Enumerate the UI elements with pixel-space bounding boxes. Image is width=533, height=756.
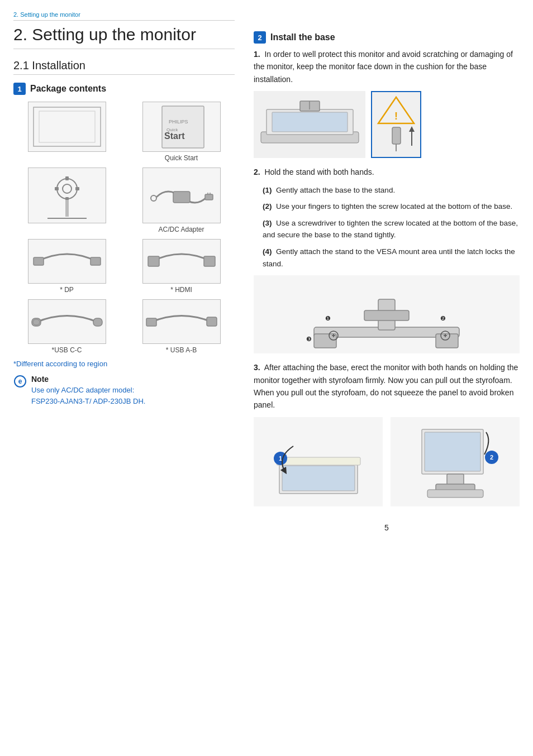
svg-rect-11 bbox=[75, 187, 79, 190]
note-circle-icon: e bbox=[13, 375, 27, 388]
svg-rect-32 bbox=[272, 112, 348, 132]
adapter-image bbox=[142, 168, 221, 223]
svg-rect-27 bbox=[207, 317, 217, 326]
svg-rect-10 bbox=[55, 187, 59, 190]
sub-instruction-1: (1) Gently attach the base to the stand. bbox=[263, 184, 520, 197]
svg-rect-1 bbox=[39, 111, 95, 142]
base-side-svg: ! bbox=[373, 93, 420, 157]
stand-assembly-image: ❶ ❷ ❸ bbox=[254, 275, 520, 353]
svg-text:e: e bbox=[18, 377, 22, 385]
svg-rect-26 bbox=[146, 318, 156, 326]
list-item: AC/DC Adapter bbox=[128, 168, 235, 233]
svg-rect-21 bbox=[148, 256, 159, 266]
list-item: *USB C-C bbox=[13, 299, 120, 354]
svg-marker-40 bbox=[409, 126, 415, 132]
sub-instructions: (1) Gently attach the base to the stand.… bbox=[263, 184, 520, 270]
svg-rect-56 bbox=[282, 466, 355, 491]
svg-rect-0 bbox=[34, 107, 101, 146]
stand-image bbox=[28, 168, 106, 223]
note-box: e Note Use only AC/DC adapter model:FSP2… bbox=[13, 375, 235, 406]
erect-image-1: 1 bbox=[254, 417, 383, 506]
usb-ab-image bbox=[142, 299, 221, 344]
erect-images: 1 bbox=[254, 417, 520, 506]
svg-text:❸: ❸ bbox=[306, 336, 312, 342]
main-title: 2. Setting up the monitor bbox=[13, 25, 235, 49]
instruction-3-text: 3. After attaching the base, erect the m… bbox=[254, 361, 520, 412]
note-content: Note Use only AC/DC adapter model:FSP230… bbox=[31, 375, 145, 406]
instruction-1-text: 1. In order to well protect this monitor… bbox=[254, 48, 520, 85]
svg-rect-45 bbox=[364, 310, 409, 320]
svg-text:Start: Start bbox=[164, 131, 185, 141]
hdmi-cable-svg bbox=[145, 241, 218, 283]
monitor-box-image bbox=[28, 102, 106, 152]
svg-rect-57 bbox=[277, 457, 360, 465]
usb-cc-image bbox=[28, 299, 106, 344]
dp-label: * DP bbox=[60, 286, 74, 294]
stand-assembly-svg: ❶ ❷ ❸ bbox=[292, 277, 482, 352]
svg-rect-19 bbox=[34, 257, 44, 265]
adapter-svg bbox=[145, 169, 218, 222]
left-column: 2. Setting up the monitor 2. Setting up … bbox=[13, 11, 248, 745]
instruction-2-text: 2. Hold the stand with both hands. bbox=[254, 166, 520, 178]
svg-point-7 bbox=[63, 184, 72, 193]
list-item: PHILIPS Quick Start Quick Start bbox=[128, 102, 235, 162]
svg-rect-61 bbox=[425, 432, 480, 471]
svg-rect-24 bbox=[93, 318, 102, 326]
svg-rect-12 bbox=[65, 200, 69, 217]
list-item: * DP bbox=[13, 239, 120, 294]
svg-rect-8 bbox=[65, 176, 69, 180]
svg-text:2: 2 bbox=[489, 454, 493, 461]
svg-rect-62 bbox=[447, 474, 464, 485]
svg-point-15 bbox=[151, 195, 156, 201]
svg-point-6 bbox=[57, 179, 77, 199]
stand-svg bbox=[31, 169, 103, 222]
right-column: 2 Install the base 1. In order to well p… bbox=[248, 11, 520, 745]
list-item: * USB A-B bbox=[128, 299, 235, 354]
erect-1-svg: 1 bbox=[268, 418, 369, 505]
step2-header: 2 Install the base bbox=[254, 31, 520, 44]
note-icon: e bbox=[13, 375, 27, 391]
step1-number: 1 bbox=[13, 83, 26, 95]
step2-number: 2 bbox=[254, 31, 266, 44]
svg-rect-37 bbox=[392, 127, 401, 144]
quickstart-label: Quick Start bbox=[165, 154, 198, 162]
install-base-main-image bbox=[254, 91, 365, 158]
sub-instruction-3: (3) Use a screwdriver to tighten the scr… bbox=[263, 217, 520, 241]
svg-text:!: ! bbox=[394, 111, 398, 122]
list-item bbox=[13, 168, 120, 233]
different-region-text: *Different according to region bbox=[13, 360, 235, 368]
svg-rect-16 bbox=[205, 194, 213, 200]
note-title: Note bbox=[31, 375, 145, 384]
page: 2. Setting up the monitor 2. Setting up … bbox=[0, 0, 533, 756]
hdmi-label: * HDMI bbox=[170, 286, 192, 294]
section-title: 2.1 Installation bbox=[13, 59, 235, 75]
install-base-images: ! bbox=[254, 91, 520, 158]
dp-cable-image bbox=[28, 239, 106, 284]
monitor-box-svg bbox=[31, 104, 103, 149]
usb-ab-label: * USB A-B bbox=[166, 346, 197, 354]
adapter-label: AC/DC Adapter bbox=[158, 226, 204, 233]
quickstart-svg: PHILIPS Quick Start bbox=[145, 103, 218, 151]
erect-2-svg: 2 bbox=[405, 418, 506, 505]
list-item: * HDMI bbox=[128, 239, 235, 294]
monitor-face-down-svg bbox=[255, 93, 364, 157]
usb-cc-svg bbox=[31, 301, 103, 343]
right-top-spacer bbox=[254, 11, 520, 31]
sub-instruction-4: (4) Gently attach the stand to the VESA … bbox=[263, 246, 520, 270]
erect-image-2: 2 bbox=[391, 417, 520, 506]
usb-cc-label: *USB C-C bbox=[51, 346, 82, 354]
sub-instruction-2: (2) Use your fingers to tighten the scre… bbox=[263, 200, 520, 213]
step2-title: Install the base bbox=[270, 32, 335, 42]
quickstart-image: PHILIPS Quick Start bbox=[142, 102, 221, 152]
svg-text:PHILIPS: PHILIPS bbox=[169, 119, 188, 125]
page-number: 5 bbox=[254, 523, 520, 532]
step1-header: 1 Package contents bbox=[13, 83, 235, 95]
breadcrumb: 2. Setting up the monitor bbox=[13, 11, 235, 21]
svg-rect-20 bbox=[91, 257, 101, 265]
package-grid: PHILIPS Quick Start Quick Start bbox=[13, 102, 235, 354]
svg-rect-64 bbox=[427, 490, 483, 497]
note-text: Use only AC/DC adapter model:FSP230-AJAN… bbox=[31, 385, 145, 406]
dp-cable-svg bbox=[31, 241, 103, 283]
svg-text:❷: ❷ bbox=[440, 315, 446, 322]
usb-ab-svg bbox=[145, 301, 218, 343]
